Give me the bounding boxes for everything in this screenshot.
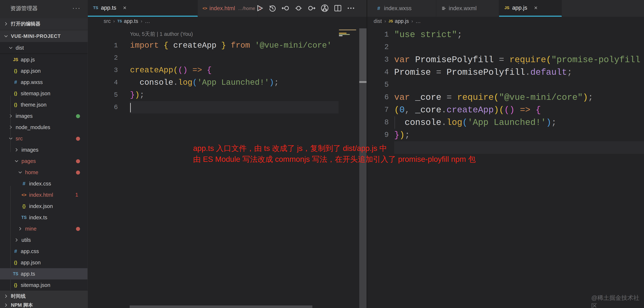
explorer-header: 资源管理器 ··· <box>0 0 88 17</box>
tree-item-label: pages <box>22 158 36 164</box>
code-line: 3createApp(() => { <box>88 64 366 76</box>
brace-file-icon: {} <box>12 102 19 107</box>
tree-item-src[interactable]: src <box>0 133 88 144</box>
split-editor-icon[interactable] <box>334 4 342 12</box>
vertical-scrollbar[interactable] <box>359 28 366 81</box>
tree-item-label: home <box>25 170 38 176</box>
tree-item-pages[interactable]: pages <box>0 156 88 167</box>
code-text: console.log('App Launched!'); <box>394 118 556 128</box>
indent-guide <box>10 96 11 152</box>
tab-index.wxml[interactable]: index.wxml <box>436 0 499 17</box>
code-line: 5}); <box>88 89 366 101</box>
red-status-dot <box>76 170 80 174</box>
more-actions-icon[interactable] <box>347 4 355 12</box>
code-text: }); <box>394 130 410 140</box>
next-change-icon[interactable] <box>308 4 316 12</box>
codelens-blame[interactable]: You, 5天前 | 1 author (You) <box>130 30 193 38</box>
section-open-editors[interactable]: 打开的编辑器 <box>0 18 88 30</box>
breadcrumb-item[interactable]: … <box>145 18 150 24</box>
breadcrumb-item[interactable]: dist <box>374 18 382 24</box>
tab-app.js[interactable]: JSapp.js <box>499 0 562 17</box>
tree-item-app.js[interactable]: JSapp.js <box>0 54 88 65</box>
line-number: 7 <box>367 106 389 114</box>
js-file-icon: JS <box>12 57 19 62</box>
line-number: 4 <box>367 68 389 76</box>
tree-item-app.wxss[interactable]: #app.wxss <box>0 76 88 88</box>
breadcrumb[interactable]: dist›JSapp.js›… <box>374 17 421 26</box>
file-tree: distJSapp.js{}app.json#app.wxss{}sitemap… <box>0 42 88 290</box>
breadcrumb[interactable]: src›TSapp.ts›… <box>104 17 150 26</box>
source-control-graph-icon[interactable] <box>320 4 329 12</box>
close-icon[interactable] <box>122 6 127 10</box>
close-icon[interactable] <box>534 6 538 10</box>
chevron-down-icon <box>18 170 22 175</box>
tab-index.wxss[interactable]: #index.wxss <box>371 0 436 17</box>
problem-count-badge: 1 <box>75 192 78 198</box>
chevron-right-icon <box>14 148 19 152</box>
tab-label: app.ts <box>101 4 116 11</box>
tree-item-label: src <box>16 136 23 142</box>
minimap[interactable] <box>338 27 358 308</box>
timeline-history-icon[interactable] <box>268 4 276 12</box>
tree-item-home[interactable]: home <box>0 167 88 178</box>
red-status-dot <box>76 227 80 231</box>
tree-item-app.json[interactable]: {}app.json <box>0 257 88 268</box>
horizontal-scrollbar[interactable] <box>130 306 312 308</box>
tree-item-label: app.css <box>21 248 39 254</box>
tree-item-images[interactable]: images <box>0 110 88 122</box>
chevron-right-icon <box>8 114 13 118</box>
editor-actions <box>255 4 355 12</box>
tree-item-mine[interactable]: mine <box>0 223 88 234</box>
angle-file-icon: <> <box>20 192 28 198</box>
tree-item-app.ts[interactable]: TSapp.ts <box>0 268 88 280</box>
tree-item-node_modules[interactable]: node_modules <box>0 122 88 133</box>
red-status-dot <box>76 137 80 141</box>
tree-item-label: theme.json <box>21 102 46 108</box>
tree-item-dist[interactable]: dist <box>0 42 88 54</box>
tree-item-index.html[interactable]: <>index.html1 <box>0 189 88 200</box>
tab-app.ts[interactable]: TSapp.ts <box>88 0 198 17</box>
more-actions-icon[interactable]: ··· <box>72 4 81 12</box>
previous-change-icon[interactable] <box>281 4 290 12</box>
breadcrumb-item[interactable]: … <box>416 18 421 24</box>
tree-item-app.json[interactable]: {}app.json <box>0 65 88 76</box>
tree-item-label: utils <box>22 237 31 243</box>
tab-label: index.wxml <box>449 5 476 12</box>
tree-item-index.json[interactable]: {}index.json <box>0 200 88 212</box>
tab-description: …/home <box>238 6 255 11</box>
green-status-dot <box>76 114 80 118</box>
tree-item-utils[interactable]: utils <box>0 234 88 246</box>
breadcrumb-item[interactable]: app.ts <box>124 18 138 24</box>
red-status-dot <box>76 159 80 163</box>
annotation-line-2: 由 ES Module 写法改成 commonjs 写法，在开头追加引入了 pr… <box>193 154 476 165</box>
annotation-line-1: app.ts 入口文件，由 ts 改成了 js，复制到了 dist/app.js… <box>193 143 476 154</box>
tree-item-label: sitemap.json <box>21 90 50 96</box>
tree-item-sitemap.json[interactable]: {}sitemap.json <box>0 280 88 290</box>
tree-item-label: index.css <box>29 181 51 187</box>
tree-item-app.css[interactable]: #app.css <box>0 246 88 257</box>
breadcrumb-item[interactable]: app.js <box>395 18 409 24</box>
ts-file-icon: TS <box>20 215 28 220</box>
run-icon[interactable] <box>255 4 264 12</box>
section-project-root[interactable]: VUE-MINI-PROJECT <box>0 30 88 42</box>
tree-item-index.ts[interactable]: TSindex.ts <box>0 212 88 223</box>
section-timeline[interactable]: 时间线 <box>0 290 88 302</box>
current-change-icon[interactable] <box>294 4 303 12</box>
breadcrumb-item[interactable]: src <box>104 18 111 24</box>
tree-item-images[interactable]: images <box>0 144 88 156</box>
section-npm-scripts[interactable]: NPM 脚本 <box>0 302 88 308</box>
chevron-right-icon <box>4 303 8 308</box>
brace-file-icon: {} <box>12 260 19 265</box>
tab-index.html[interactable]: <>index.html…/home1 <box>198 0 258 17</box>
tree-item-theme.json[interactable]: {}theme.json <box>0 99 88 110</box>
vertical-scrollbar-track[interactable] <box>359 83 366 308</box>
code-line: 3var PromisePolyfill = require("promise-… <box>367 54 644 66</box>
tree-item-sitemap.json[interactable]: {}sitemap.json <box>0 88 88 99</box>
tree-item-index.css[interactable]: #index.css <box>0 178 88 189</box>
bracket-guide <box>394 116 395 129</box>
vertical-scrollbar-thumb[interactable] <box>359 81 366 83</box>
code-text: (0, _core.createApp)(() => { <box>394 105 541 115</box>
hash-file-icon: # <box>12 79 19 85</box>
watermark: @稀土掘金技术社区 <box>591 294 644 308</box>
tree-item-label: sitemap.json <box>21 282 50 288</box>
